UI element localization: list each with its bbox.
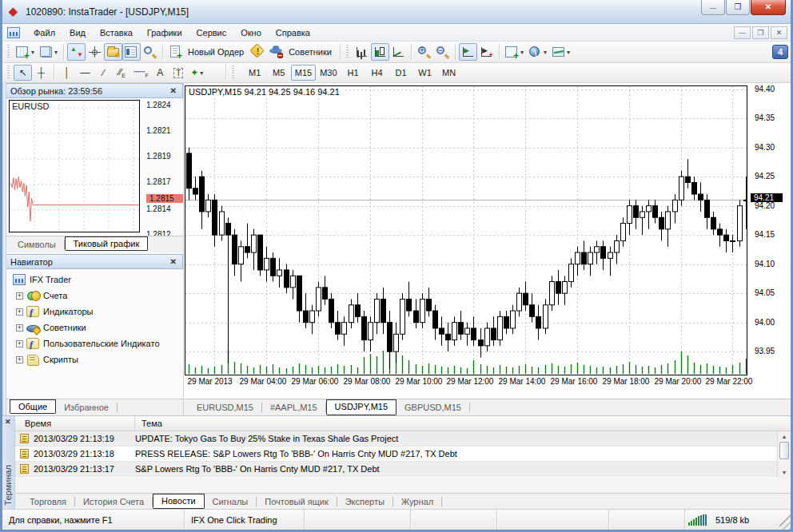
- timeframe-button-m5[interactable]: M5: [267, 65, 291, 81]
- advisors-label[interactable]: Советники: [289, 47, 332, 57]
- notifications-badge[interactable]: 4: [772, 45, 788, 59]
- tick-chart[interactable]: EURUSD: [9, 100, 140, 232]
- child-minimize-button[interactable]: —: [734, 26, 751, 39]
- metaeditor-button[interactable]: !: [249, 43, 267, 61]
- timeframe-button-m1[interactable]: M1: [243, 65, 267, 81]
- expand-plus-icon[interactable]: +: [16, 340, 23, 347]
- toolbar-grip[interactable]: [7, 66, 11, 80]
- chart-tab-3[interactable]: USDJPY,M15: [326, 399, 396, 415]
- terminal-tab-4[interactable]: Сигналы: [205, 494, 257, 510]
- timeframe-button-mn[interactable]: MN: [437, 65, 461, 81]
- market-watch-close-icon[interactable]: ✕: [169, 86, 178, 95]
- expand-plus-icon[interactable]: +: [16, 292, 23, 300]
- timeframe-button-m15[interactable]: M15: [291, 65, 316, 81]
- navigator-tab-2[interactable]: Избранное: [56, 400, 117, 414]
- news-scrollbar[interactable]: ▲ ▼: [777, 431, 791, 478]
- expert-advisors-button[interactable]: [267, 43, 285, 61]
- new-order-label[interactable]: Новый Ордер: [188, 47, 244, 57]
- news-row-4[interactable]: 2013/03/29 21:13:15PRESS RELEASE: S&P Ta…: [15, 477, 791, 478]
- new-chart-button[interactable]: +▾: [14, 43, 37, 61]
- terminal-close-icon[interactable]: ✕: [5, 418, 11, 426]
- toolbar-grip[interactable]: [7, 45, 11, 59]
- time-axis[interactable]: 29 Mar 201329 Mar 04:0029 Mar 06:0029 Ma…: [185, 377, 776, 390]
- menu-item-2[interactable]: Вид: [62, 26, 93, 40]
- news-row-1[interactable]: 2013/03/29 21:13:19UPDATE: Tokyo Gas To …: [15, 431, 791, 447]
- periods-button[interactable]: ▾: [526, 43, 549, 61]
- menu-item-1[interactable]: Файл: [26, 26, 62, 40]
- arrows-tool[interactable]: ✦▾: [188, 65, 206, 81]
- news-row-3[interactable]: 2013/03/29 21:13:17S&P Lowers Rtg To 'BB…: [15, 462, 791, 477]
- column-time[interactable]: Время: [15, 416, 135, 431]
- column-topic[interactable]: Тема: [135, 416, 791, 431]
- candlestick-chart-button[interactable]: [371, 43, 389, 61]
- status-one-click-trading[interactable]: IFX One Click Trading: [185, 510, 305, 530]
- timeframe-button-h4[interactable]: H4: [365, 65, 389, 81]
- maximize-button[interactable]: [726, 0, 750, 15]
- cursor-tool[interactable]: ↖: [14, 65, 32, 81]
- terminal-tab-3[interactable]: Новости: [153, 494, 205, 509]
- navigator-item-3[interactable]: +Советники: [11, 320, 183, 335]
- candlestick-chart[interactable]: USDJPY,M15 94.21 94.25 94.16 94.21: [185, 85, 747, 375]
- zoom-out-button[interactable]: −: [433, 43, 452, 61]
- profiles-button[interactable]: ▾: [37, 43, 60, 61]
- navigator-tab-1[interactable]: Общие: [10, 399, 56, 414]
- new-order-button[interactable]: +: [166, 43, 185, 61]
- market-watch-tab-2[interactable]: Тиковый график: [65, 236, 149, 251]
- text-label-tool[interactable]: T: [169, 65, 188, 81]
- scrollbar-thumb[interactable]: [779, 442, 789, 459]
- chart-shift-button[interactable]: [477, 43, 496, 61]
- scroll-down-icon[interactable]: ▼: [779, 468, 789, 477]
- terminal-tab-2[interactable]: История Счета: [75, 494, 152, 510]
- menu-item-4[interactable]: Графики: [140, 26, 189, 40]
- navigator-toggle[interactable]: ★: [104, 43, 122, 61]
- crosshair-tool[interactable]: ┼: [32, 65, 50, 81]
- horizontal-line-tool[interactable]: —: [76, 65, 94, 81]
- market-watch-toggle[interactable]: [67, 43, 86, 61]
- chart-tab-1[interactable]: EURUSD,M15: [189, 400, 261, 416]
- zoom-in-button[interactable]: +: [415, 43, 433, 61]
- timeframe-button-m30[interactable]: M30: [316, 65, 341, 81]
- timeframe-button-h1[interactable]: H1: [341, 65, 365, 81]
- toolbar-grip[interactable]: [346, 45, 350, 59]
- terminal-tab-6[interactable]: Эксперты: [337, 494, 393, 510]
- navigator-item-4[interactable]: +Пользовательские Индикато: [11, 335, 183, 351]
- timeframe-button-w1[interactable]: W1: [413, 65, 437, 81]
- auto-scroll-button[interactable]: [459, 43, 477, 61]
- indicators-button[interactable]: +▾: [503, 43, 526, 61]
- data-window-button[interactable]: [86, 43, 104, 61]
- terminal-tab-7[interactable]: Журнал: [393, 494, 441, 510]
- child-close-button[interactable]: ✕: [771, 26, 787, 39]
- menu-item-6[interactable]: Окно: [233, 26, 269, 40]
- menu-item-7[interactable]: Справка: [269, 26, 317, 40]
- expand-plus-icon[interactable]: +: [16, 356, 23, 363]
- navigator-root[interactable]: IFX Trader: [11, 272, 183, 288]
- navigator-item-1[interactable]: +Счета: [11, 288, 183, 304]
- expand-plus-icon[interactable]: +: [16, 308, 23, 316]
- chart-tab-4[interactable]: GBPUSD,M15: [396, 400, 469, 416]
- bar-chart-button[interactable]: [353, 43, 371, 61]
- minimize-button[interactable]: [701, 0, 725, 15]
- chart-area[interactable]: USDJPY,M15 94.21 94.25 94.16 94.21 94.40…: [184, 83, 791, 399]
- price-axis[interactable]: 94.4094.3594.3094.2594.2094.1594.1094.05…: [748, 85, 791, 375]
- resize-grip[interactable]: [779, 510, 791, 530]
- vertical-line-tool[interactable]: │: [58, 65, 76, 81]
- timeframe-button-d1[interactable]: D1: [389, 65, 413, 81]
- fibonacci-tool[interactable]: ┄┄F: [131, 65, 151, 81]
- menu-item-5[interactable]: Сервис: [189, 26, 234, 40]
- terminal-toggle[interactable]: [122, 43, 141, 61]
- equidistant-channel-tool[interactable]: ∕∕E: [113, 65, 131, 81]
- terminal-tab-5[interactable]: Почтовый ящик: [257, 494, 336, 510]
- templates-button[interactable]: ▾: [549, 43, 572, 61]
- child-restore-button[interactable]: ❐: [752, 26, 769, 39]
- strategy-tester-button[interactable]: [141, 43, 159, 61]
- navigator-item-5[interactable]: +Скрипты: [11, 351, 183, 367]
- navigator-close-icon[interactable]: ✕: [169, 257, 178, 266]
- line-chart-button[interactable]: [389, 43, 408, 61]
- navigator-item-2[interactable]: +Индикаторы: [11, 304, 183, 320]
- chart-tab-2[interactable]: #AAPL,M15: [262, 400, 325, 416]
- trendline-tool[interactable]: ∕: [94, 65, 113, 81]
- menu-item-3[interactable]: Вставка: [93, 26, 140, 40]
- news-row-2[interactable]: 2013/03/29 21:13:18PRESS RELEASE: S&P Lo…: [15, 447, 791, 462]
- expand-plus-icon[interactable]: +: [16, 324, 23, 332]
- toolbar-grip[interactable]: [232, 66, 236, 80]
